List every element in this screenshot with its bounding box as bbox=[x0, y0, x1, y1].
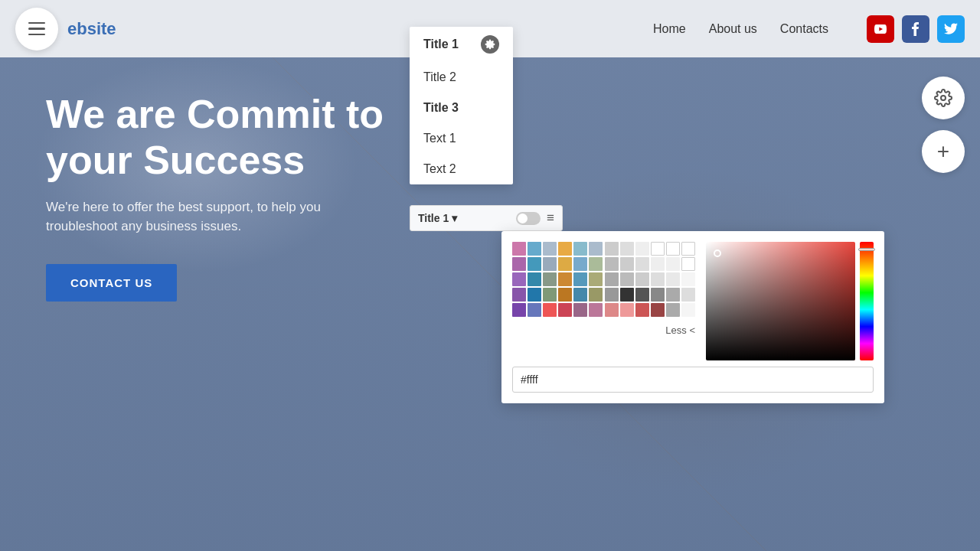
color-swatch-40[interactable] bbox=[573, 288, 587, 302]
color-swatch-49[interactable] bbox=[528, 303, 541, 317]
item-gear-icon[interactable] bbox=[481, 35, 499, 54]
color-swatch-13[interactable] bbox=[528, 257, 541, 271]
color-swatch-31[interactable] bbox=[620, 272, 634, 286]
color-swatch-33[interactable] bbox=[651, 272, 665, 286]
color-swatch-26[interactable] bbox=[543, 272, 557, 286]
color-swatch-7[interactable] bbox=[620, 242, 634, 256]
color-swatch-35[interactable] bbox=[681, 272, 695, 286]
color-swatch-56[interactable] bbox=[635, 303, 649, 317]
color-swatch-2[interactable] bbox=[543, 242, 557, 256]
color-swatch-57[interactable] bbox=[651, 303, 665, 317]
contact-us-button[interactable]: CONTACT US bbox=[46, 264, 177, 302]
toolbar-selected-label[interactable]: Title 1 ▾ bbox=[418, 212, 510, 224]
color-swatch-34[interactable] bbox=[666, 272, 680, 286]
color-swatch-8[interactable] bbox=[635, 242, 649, 256]
color-swatch-14[interactable] bbox=[543, 257, 557, 271]
color-swatch-28[interactable] bbox=[573, 272, 587, 286]
menu-line bbox=[28, 22, 45, 24]
color-swatch-9[interactable] bbox=[651, 242, 665, 256]
color-swatch-38[interactable] bbox=[543, 288, 557, 302]
color-swatch-52[interactable] bbox=[573, 303, 587, 317]
align-icon[interactable]: ≡ bbox=[547, 210, 554, 226]
color-swatch-10[interactable] bbox=[666, 242, 680, 256]
color-swatch-21[interactable] bbox=[651, 257, 665, 271]
gradient-area bbox=[706, 242, 874, 360]
color-swatch-3[interactable] bbox=[558, 242, 572, 256]
nav-home[interactable]: Home bbox=[653, 22, 686, 36]
color-swatch-46[interactable] bbox=[666, 288, 680, 302]
color-swatch-11[interactable] bbox=[681, 242, 695, 256]
color-swatch-41[interactable] bbox=[589, 288, 603, 302]
dropdown-item-title2[interactable]: Title 2 bbox=[410, 62, 513, 93]
color-swatch-30[interactable] bbox=[605, 272, 619, 286]
dropdown-item-title1[interactable]: Title 1 bbox=[410, 27, 513, 62]
nav-about[interactable]: About us bbox=[709, 22, 757, 36]
color-swatch-59[interactable] bbox=[681, 303, 695, 317]
color-swatch-43[interactable] bbox=[620, 288, 634, 302]
color-swatch-4[interactable] bbox=[573, 242, 587, 256]
hamburger-menu-button[interactable] bbox=[15, 8, 58, 51]
hue-bar[interactable] bbox=[860, 242, 874, 360]
color-swatch-18[interactable] bbox=[605, 257, 619, 271]
color-swatch-36[interactable] bbox=[512, 288, 526, 302]
dropdown-item-text2[interactable]: Text 2 bbox=[410, 154, 513, 184]
hero-subtitle: We're here to offer the best support, to… bbox=[46, 197, 383, 236]
color-swatch-22[interactable] bbox=[666, 257, 680, 271]
gradient-cursor bbox=[714, 249, 721, 257]
color-swatch-37[interactable] bbox=[528, 288, 541, 302]
toolbar-strip: Title 1 ▾ ≡ bbox=[410, 205, 563, 231]
color-swatch-19[interactable] bbox=[620, 257, 634, 271]
color-swatch-1[interactable] bbox=[528, 242, 541, 256]
color-swatch-51[interactable] bbox=[558, 303, 572, 317]
hex-input[interactable] bbox=[512, 367, 874, 393]
color-swatch-29[interactable] bbox=[589, 272, 603, 286]
color-swatch-50[interactable] bbox=[543, 303, 557, 317]
color-swatch-12[interactable] bbox=[512, 257, 526, 271]
right-floating-buttons: + bbox=[922, 77, 965, 173]
color-swatch-45[interactable] bbox=[651, 288, 665, 302]
dropdown-item-title3[interactable]: Title 3 bbox=[410, 93, 513, 123]
color-swatch-53[interactable] bbox=[589, 303, 603, 317]
color-swatch-6[interactable] bbox=[605, 242, 619, 256]
color-swatch-5[interactable] bbox=[589, 242, 603, 256]
social-icons bbox=[867, 15, 965, 43]
site-title: ebsite bbox=[67, 19, 116, 39]
menu-line bbox=[28, 34, 45, 36]
color-swatch-0[interactable] bbox=[512, 242, 526, 256]
color-swatch-32[interactable] bbox=[635, 272, 649, 286]
color-swatch-16[interactable] bbox=[573, 257, 587, 271]
svg-point-0 bbox=[941, 96, 946, 100]
color-swatch-23[interactable] bbox=[681, 257, 695, 271]
nav-contacts[interactable]: Contacts bbox=[780, 22, 828, 36]
color-swatch-58[interactable] bbox=[666, 303, 680, 317]
facebook-icon[interactable] bbox=[902, 15, 929, 43]
color-swatch-39[interactable] bbox=[558, 288, 572, 302]
color-swatch-48[interactable] bbox=[512, 303, 526, 317]
less-button[interactable]: Less < bbox=[512, 324, 695, 336]
color-swatch-44[interactable] bbox=[635, 288, 649, 302]
main-nav: Home About us Contacts bbox=[653, 15, 965, 43]
hue-marker bbox=[858, 248, 875, 251]
color-swatch-42[interactable] bbox=[605, 288, 619, 302]
color-swatch-47[interactable] bbox=[681, 288, 695, 302]
settings-button[interactable] bbox=[922, 77, 965, 119]
color-swatch-24[interactable] bbox=[512, 272, 526, 286]
color-swatch-25[interactable] bbox=[528, 272, 541, 286]
color-swatch-17[interactable] bbox=[589, 257, 603, 271]
menu-line bbox=[28, 28, 45, 30]
color-swatch-20[interactable] bbox=[635, 257, 649, 271]
youtube-icon[interactable] bbox=[867, 15, 894, 43]
gradient-picker[interactable] bbox=[706, 242, 855, 360]
twitter-icon[interactable] bbox=[937, 15, 965, 43]
toggle-switch[interactable] bbox=[516, 212, 541, 225]
color-swatch-54[interactable] bbox=[605, 303, 619, 317]
color-swatches-area: Less < bbox=[512, 242, 695, 360]
add-button[interactable]: + bbox=[922, 130, 965, 173]
color-swatch-15[interactable] bbox=[558, 257, 572, 271]
dropdown-item-text1[interactable]: Text 1 bbox=[410, 123, 513, 154]
color-swatches-grid bbox=[512, 242, 695, 317]
color-swatch-27[interactable] bbox=[558, 272, 572, 286]
dropdown-menu: Title 1 Title 2 Title 3 Text 1 Text 2 bbox=[410, 27, 513, 184]
color-swatch-55[interactable] bbox=[620, 303, 634, 317]
color-picker-panel: Less < bbox=[501, 231, 884, 403]
